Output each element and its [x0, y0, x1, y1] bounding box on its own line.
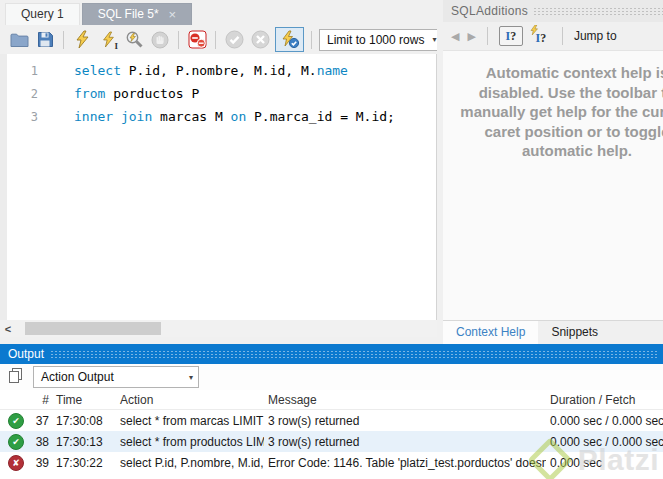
success-icon: ✔	[8, 413, 24, 429]
commit-check-icon	[225, 30, 244, 49]
close-tab-icon[interactable]: ×	[169, 8, 177, 21]
output-row-39[interactable]: ✘ 39 17:30:22 select P.id, P.nombre, M.i…	[0, 452, 663, 473]
col-header-duration: Duration / Fetch	[546, 393, 663, 407]
row-message: Error Code: 1146. Table 'platzi_test.por…	[264, 456, 546, 470]
output-title: Output	[8, 347, 44, 361]
tab-sql-file-5[interactable]: SQL File 5* ×	[82, 3, 193, 25]
rollback-cross-icon	[251, 30, 270, 49]
forward-arrow-icon[interactable]: ▶	[467, 30, 475, 43]
toolbar-separator	[178, 31, 179, 49]
output-row-38[interactable]: ✔ 38 17:30:13 select * from productos LI…	[0, 431, 663, 452]
output-row-37[interactable]: ✔ 37 17:30:08 select * from marcas LIMIT…	[0, 410, 663, 431]
tab-snippets[interactable]: Snippets	[538, 321, 611, 344]
editor-tab-bar: Query 1 SQL File 5* ×	[0, 0, 437, 25]
scroll-left-arrow-icon[interactable]: <	[0, 323, 16, 335]
toolbar-separator	[562, 27, 563, 45]
copy-output-icon[interactable]	[7, 367, 24, 388]
explain-plan-button[interactable]	[123, 29, 145, 51]
magnifier-lightning-icon	[125, 30, 144, 49]
limit-rows-dropdown[interactable]: Limit to 1000 rows ▾	[319, 29, 442, 51]
code-line: 1 select P.id, P.nombre, M.id, M.name	[0, 59, 436, 82]
output-title-bar: Output	[0, 344, 663, 364]
code-text: from porductos P	[38, 86, 199, 101]
toolbar-separator	[63, 31, 64, 49]
commit-button[interactable]	[223, 29, 245, 51]
row-action: select * from marcas LIMIT ...	[116, 414, 264, 428]
toggle-stop-on-error-button[interactable]	[186, 29, 208, 51]
ibeam-cursor-icon: I	[114, 41, 118, 51]
output-table-header: # Time Action Message Duration / Fetch	[0, 390, 663, 410]
execute-current-statement-button[interactable]: I	[97, 29, 119, 51]
scrollbar-thumb[interactable]	[25, 322, 161, 335]
code-line: 2 from porductos P	[0, 82, 436, 105]
get-context-help-button[interactable]: I?	[499, 26, 523, 46]
horizontal-scrollbar[interactable]: <	[0, 320, 437, 337]
line-number: 3	[0, 110, 38, 124]
stop-hand-icon	[151, 31, 169, 49]
sql-code-editor[interactable]: 1 select P.id, P.nombre, M.id, M.name 2 …	[0, 54, 437, 320]
col-header-index: #	[28, 393, 52, 407]
execute-button[interactable]	[71, 29, 93, 51]
code-text: inner join marcas M on P.marca_id = M.id…	[38, 109, 395, 124]
line-number: 2	[0, 87, 38, 101]
row-time: 17:30:08	[52, 414, 116, 428]
save-icon	[37, 31, 54, 48]
success-icon: ✔	[8, 434, 24, 450]
tab-query-1[interactable]: Query 1	[5, 3, 80, 25]
folder-icon	[10, 32, 29, 48]
limit-rows-value: Limit to 1000 rows	[327, 33, 424, 47]
code-line: 3 inner join marcas M on P.marca_id = M.…	[0, 105, 436, 128]
editor-toolbar: I	[0, 25, 437, 54]
pane-gap	[0, 337, 437, 344]
col-header-time: Time	[52, 393, 116, 407]
row-duration: 0.000 sec	[546, 456, 663, 470]
row-index: 38	[28, 435, 52, 449]
save-button[interactable]	[34, 29, 56, 51]
sql-additions-panel: SQLAdditions ◀ ▶ I? I? Jump to Automatic…	[443, 0, 663, 344]
toolbar-separator	[487, 27, 488, 45]
row-time: 17:30:13	[52, 435, 116, 449]
row-duration: 0.000 sec / 0.000 sec	[546, 414, 663, 428]
small-lightning-icon	[530, 25, 539, 36]
mysql-workbench-window: Query 1 SQL File 5* ×	[0, 0, 663, 479]
tab-context-help[interactable]: Context Help	[443, 321, 538, 344]
stop-on-error-icon	[188, 30, 207, 49]
row-time: 17:30:22	[52, 456, 116, 470]
row-message: 3 row(s) returned	[264, 414, 546, 428]
row-duration: 0.000 sec / 0.000 sec	[546, 435, 663, 449]
tab-sql-file-5-label: SQL File 5*	[98, 4, 159, 25]
error-icon: ✘	[8, 455, 24, 471]
sql-editor-pane: Query 1 SQL File 5* ×	[0, 0, 437, 344]
row-message: 3 row(s) returned	[264, 435, 546, 449]
execute-current-lightning-icon	[101, 31, 116, 48]
output-toolbar: Action Output ▾	[0, 364, 663, 390]
chevron-down-icon: ▾	[189, 373, 193, 382]
header-dotted-texture	[533, 7, 663, 16]
sql-additions-tabs: Context Help Snippets	[443, 320, 663, 344]
toolbar-separator	[215, 31, 216, 49]
toolbar-separator	[311, 31, 312, 49]
chevron-down-icon: ▾	[432, 35, 436, 44]
tab-query-1-label: Query 1	[21, 7, 64, 21]
autocommit-icon	[280, 30, 300, 49]
sql-additions-title: SQLAdditions	[451, 4, 528, 18]
rollback-button[interactable]	[249, 29, 271, 51]
open-file-button[interactable]	[8, 29, 30, 51]
row-index: 37	[28, 414, 52, 428]
row-index: 39	[28, 456, 52, 470]
code-text: select P.id, P.nombre, M.id, M.name	[38, 63, 348, 78]
stop-execution-button[interactable]	[149, 29, 171, 51]
output-view-selector[interactable]: Action Output ▾	[33, 366, 199, 388]
sql-additions-header: SQLAdditions	[443, 0, 663, 22]
execute-lightning-icon	[74, 30, 91, 49]
col-header-message: Message	[264, 393, 546, 407]
back-arrow-icon[interactable]: ◀	[451, 30, 459, 43]
title-dotted-texture	[50, 350, 657, 359]
toggle-automatic-help-button[interactable]: I?	[531, 26, 551, 46]
top-split: Query 1 SQL File 5* ×	[0, 0, 663, 344]
row-action: select P.id, P.nombre, M.id,...	[116, 456, 264, 470]
toggle-autocommit-button[interactable]	[275, 27, 304, 52]
context-help-message: Automatic context help is disabled. Use …	[443, 50, 663, 320]
jump-to-label[interactable]: Jump to	[574, 29, 617, 43]
col-header-action: Action	[116, 393, 264, 407]
